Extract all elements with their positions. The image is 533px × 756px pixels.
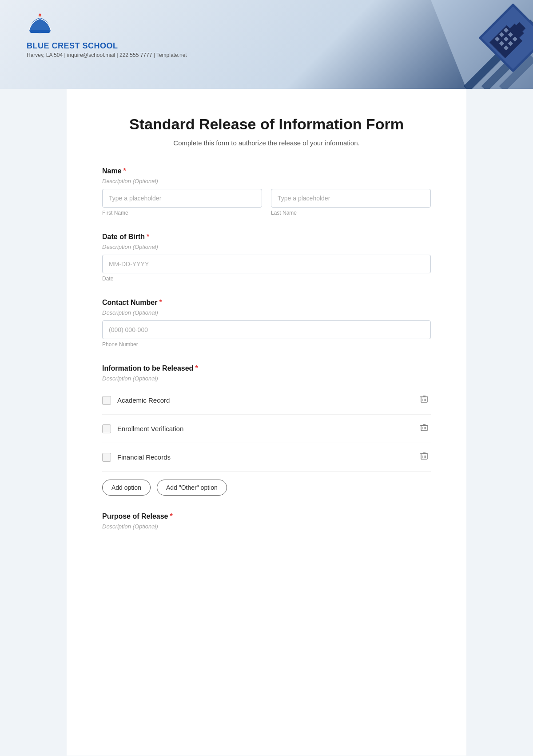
info-release-description: Description (Optional): [102, 375, 431, 382]
first-name-input[interactable]: [102, 189, 262, 208]
contact-section: Contact Number* Description (Optional) P…: [102, 299, 431, 348]
dob-label: Date of Birth*: [102, 233, 431, 241]
purpose-label: Purpose of Release*: [102, 512, 431, 520]
name-section: Name* Description (Optional) First Name …: [102, 167, 431, 216]
checkbox-label-academic: Academic Record: [117, 396, 170, 404]
last-name-sublabel: Last Name: [271, 210, 431, 216]
add-other-option-button[interactable]: Add "Other" option: [157, 480, 227, 496]
delete-enrollment-icon[interactable]: [418, 421, 431, 436]
school-info: Harvey, LA 504 | inquire@school.mail | 2…: [27, 52, 187, 58]
svg-rect-19: [30, 30, 50, 33]
add-option-button[interactable]: Add option: [102, 480, 151, 496]
info-release-section: Information to be Released* Description …: [102, 364, 431, 496]
purpose-required-star: *: [170, 512, 173, 520]
info-release-label: Information to be Released*: [102, 364, 431, 372]
info-release-required-star: *: [195, 364, 198, 372]
name-description: Description (Optional): [102, 178, 431, 184]
logo-area: BLUE CREST SCHOOL Harvey, LA 504 | inqui…: [27, 13, 187, 58]
name-label: Name*: [102, 167, 431, 175]
dob-required-star: *: [147, 233, 149, 240]
checkbox-enrollment[interactable]: [102, 424, 111, 433]
form-title: Standard Release of Information Form: [102, 116, 431, 133]
school-name: BLUE CREST SCHOOL: [27, 41, 187, 51]
checkbox-item-academic: Academic Record: [102, 386, 431, 415]
purpose-description: Description (Optional): [102, 523, 431, 530]
header: BLUE CREST SCHOOL Harvey, LA 504 | inqui…: [0, 0, 533, 89]
contact-input[interactable]: [102, 320, 431, 339]
contact-description: Description (Optional): [102, 309, 431, 316]
checkbox-item-financial: Financial Records: [102, 443, 431, 472]
delete-financial-icon[interactable]: [418, 449, 431, 465]
dob-sublabel: Date: [102, 276, 431, 282]
dob-description: Description (Optional): [102, 244, 431, 250]
contact-label: Contact Number*: [102, 299, 431, 307]
name-input-row: First Name Last Name: [102, 189, 431, 216]
checkbox-financial[interactable]: [102, 453, 111, 462]
first-name-wrapper: First Name: [102, 189, 262, 216]
add-option-row: Add option Add "Other" option: [102, 480, 431, 496]
delete-academic-icon[interactable]: [418, 392, 431, 408]
name-required-star: *: [123, 167, 126, 175]
last-name-wrapper: Last Name: [271, 189, 431, 216]
first-name-sublabel: First Name: [102, 210, 262, 216]
checkbox-label-financial: Financial Records: [117, 453, 171, 461]
contact-required-star: *: [159, 299, 162, 306]
form-subtitle: Complete this form to authorize the rele…: [102, 139, 431, 147]
checkbox-item-enrollment: Enrollment Verification: [102, 415, 431, 443]
last-name-input[interactable]: [271, 189, 431, 208]
purpose-section: Purpose of Release* Description (Optiona…: [102, 512, 431, 530]
header-decoration: [378, 0, 533, 89]
dob-section: Date of Birth* Description (Optional) Da…: [102, 233, 431, 282]
checkbox-list: Academic Record Enrol: [102, 386, 431, 472]
checkbox-label-enrollment: Enrollment Verification: [117, 425, 183, 432]
school-logo-icon: [27, 13, 53, 38]
dob-input[interactable]: [102, 255, 431, 273]
main-content: Standard Release of Information Form Com…: [67, 89, 466, 756]
contact-sublabel: Phone Number: [102, 341, 431, 348]
checkbox-academic[interactable]: [102, 396, 111, 405]
